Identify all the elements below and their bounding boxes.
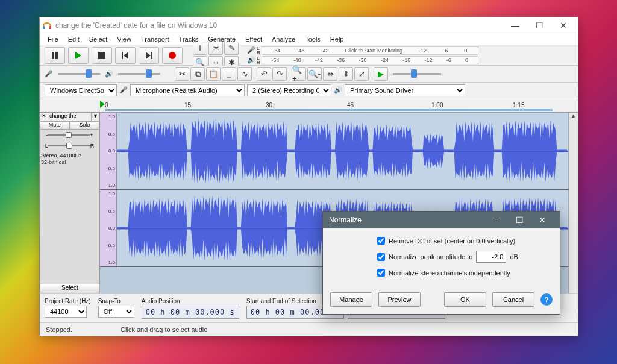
project-rate-select[interactable]: 44100 [45,306,87,318]
status-bar: Stopped. Click and drag to select audio [40,322,578,336]
zoom-toggle-button[interactable]: ⤢ [354,67,369,81]
titlebar: change the 'Created' date for a file on … [40,17,578,33]
audio-host-select[interactable]: Windows DirectSound [45,84,117,96]
menu-analyze[interactable]: Analyze [268,34,299,44]
playback-volume-slider[interactable] [118,73,160,75]
svg-rect-6 [151,52,152,59]
menu-edit[interactable]: Edit [64,34,84,44]
pan-slider[interactable]: LR [40,140,99,151]
menu-view[interactable]: View [113,34,136,44]
snap-select[interactable]: Off [98,306,134,318]
playback-device-select[interactable]: Primary Sound Driver [345,84,465,96]
mute-button[interactable]: Mute [40,121,70,130]
ok-button[interactable]: OK [444,292,486,307]
transport-toolbar: I ≍ ✎ 🔍 ↔ ✱ 🎤 LR -54-48-42 Click to Star… [40,45,578,66]
peak-amplitude-input[interactable] [476,251,506,263]
skip-start-button[interactable] [115,47,136,64]
menu-effect[interactable]: Effect [241,34,266,44]
track-name[interactable]: change the [48,113,91,121]
selection-tool[interactable]: I [193,42,207,55]
record-volume-slider[interactable] [58,73,100,75]
audio-position-label: Audio Position [142,298,239,304]
cancel-button[interactable]: Cancel [492,292,534,307]
svg-rect-4 [98,52,105,59]
timeline-ruler[interactable]: 0 15 30 45 1:00 1:15 [40,98,578,113]
normalize-dialog: Normalize — ☐ ✕ Remove DC offset (center… [322,211,560,315]
mic-device-icon: 🎤 [119,86,128,94]
menu-help[interactable]: Help [326,34,348,44]
normalize-stereo-checkbox[interactable] [377,269,385,277]
play-button[interactable] [68,47,89,64]
menubar: File Edit Select View Transport Tracks G… [40,33,578,45]
playback-meter[interactable]: -54-48-42-36-30-24-18-12-60 [262,56,478,64]
record-channels-select[interactable]: 2 (Stereo) Recording Chan [247,84,331,96]
snap-label: Snap-To [98,298,134,304]
mic-level-icon: 🎤 [45,70,53,78]
zoom-in-button[interactable]: 🔍+ [292,67,306,81]
help-button[interactable]: ? [540,293,553,306]
fit-selection-button[interactable]: ⇔ [323,67,337,81]
cut-button[interactable]: ✂ [175,67,189,81]
manage-button[interactable]: Manage [330,292,372,307]
vertical-scrollbar[interactable]: ▲ [568,113,578,293]
window-title: change the 'Created' date for a file on … [55,21,503,30]
gain-slider[interactable]: -+ [40,130,99,140]
dialog-minimize-button[interactable]: — [485,215,508,225]
redo-button[interactable]: ↷ [272,67,287,81]
record-device-select[interactable]: Microphone (Realtek Audio) [130,84,245,96]
draw-tool[interactable]: ✎ [224,42,239,55]
remove-dc-label: Remove DC offset (center on 0.0 vertical… [389,237,515,245]
normalize-peak-label: Normalize peak amplitude to [389,253,472,260]
edit-toolbar: 🎤 🔊 ✂ ⧉ 📋 ⎯ ∿ ↶ ↷ 🔍+ 🔍- ⇔ ⇕ ⤢ ▶ [40,66,578,83]
record-button[interactable] [162,47,183,64]
project-rate-label: Project Rate (Hz) [45,298,91,304]
dialog-maximize-button[interactable]: ☐ [508,215,531,225]
speaker-device-icon: 🔊 [334,86,342,94]
device-toolbar: Windows DirectSound 🎤 Microphone (Realte… [40,83,578,98]
play-speed-slider[interactable] [393,67,441,81]
track-close-button[interactable]: ✕ [40,113,48,121]
skip-end-button[interactable] [139,47,159,64]
menu-file[interactable]: File [43,34,63,44]
play-at-speed-button[interactable]: ▶ [374,67,388,81]
track-select-button[interactable]: Select [40,284,100,293]
maximize-button[interactable]: ☐ [527,18,551,33]
close-button[interactable]: ✕ [551,18,575,33]
dialog-close-button[interactable]: ✕ [531,215,554,225]
copy-button[interactable]: ⧉ [190,67,205,81]
dialog-title: Normalize [329,216,485,224]
solo-button[interactable]: Solo [70,121,100,130]
normalize-stereo-label: Normalize stereo channels independently [389,269,510,277]
normalize-peak-checkbox[interactable] [377,253,385,261]
track-menu-button[interactable]: ▼ [91,113,99,121]
mic-icon: 🎤 [247,46,255,54]
svg-rect-5 [122,52,123,59]
playhead-icon [100,101,105,108]
pause-button[interactable] [45,47,65,64]
speaker-icon: 🔊 [247,56,255,64]
track-format-info: Stereo, 44100Hz32-bit float [40,151,99,167]
menu-select[interactable]: Select [85,34,112,44]
undo-button[interactable]: ↶ [257,67,271,81]
play-level-icon: 🔊 [105,70,113,78]
dialog-titlebar[interactable]: Normalize — ☐ ✕ [323,212,560,228]
preview-button[interactable]: Preview [378,292,421,307]
remove-dc-checkbox[interactable] [377,237,385,245]
fit-project-button[interactable]: ⇕ [339,67,353,81]
status-state: Stopped. [46,326,72,333]
envelope-tool[interactable]: ≍ [208,42,223,55]
paste-button[interactable]: 📋 [206,67,221,81]
minimize-button[interactable]: — [503,18,527,33]
svg-rect-2 [52,52,54,59]
waveform-left[interactable]: 1.00.50.0-0.5-1.0 [100,113,568,190]
zoom-out-button[interactable]: 🔍- [307,67,322,81]
app-icon [42,20,52,30]
stop-button[interactable] [92,47,112,64]
silence-button[interactable]: ∿ [237,67,252,81]
svg-rect-0 [43,26,45,29]
audio-position-value[interactable]: 00 h 00 m 00.000 s [142,306,239,319]
menu-tools[interactable]: Tools [301,34,325,44]
record-meter[interactable]: -54-48-42 Click to Start Monitoring -12-… [262,46,478,55]
menu-transport[interactable]: Transport [137,34,174,44]
trim-button[interactable]: ⎯ [222,67,236,81]
